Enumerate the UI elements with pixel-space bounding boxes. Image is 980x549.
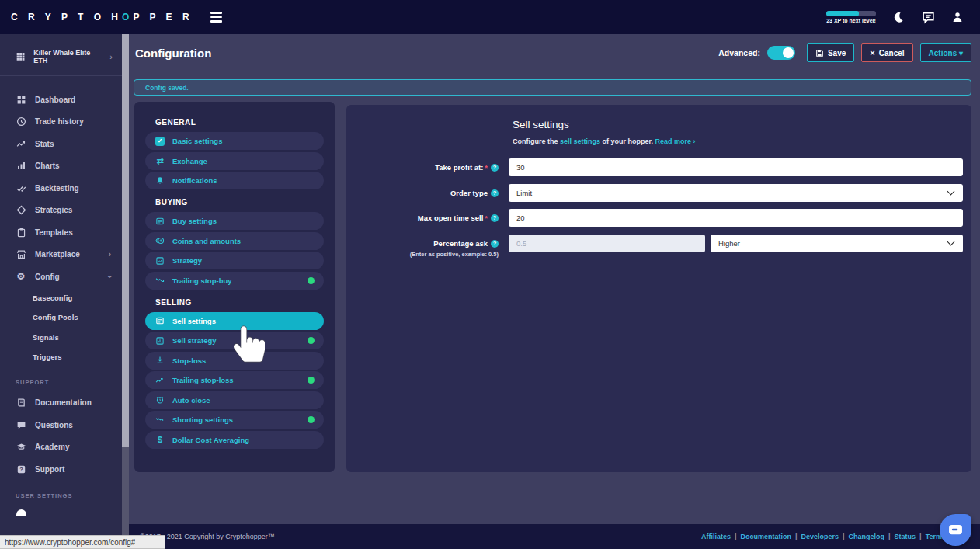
menu-item-stop-loss[interactable]: Stop-loss <box>145 352 324 370</box>
general-section-title: GENERAL <box>155 118 324 127</box>
save-button[interactable]: Save <box>807 43 854 62</box>
sidebar-item-label: Marketplace <box>35 250 80 259</box>
sidebar-subitem-signals[interactable]: Signals <box>0 328 122 348</box>
zigzag-down-icon <box>155 415 165 425</box>
percentage-ask-hint: (Enter as positive, example: 0.5) <box>346 251 499 258</box>
sidebar-item-stats[interactable]: Stats <box>0 133 122 155</box>
menu-item-label: Stop-loss <box>172 356 206 365</box>
advanced-toggle[interactable] <box>767 46 795 60</box>
footer-link-status[interactable]: Status <box>895 533 916 540</box>
actions-dropdown-button[interactable]: Actions ▾ <box>920 43 971 62</box>
help-icon[interactable]: ? <box>491 164 499 172</box>
menu-item-trailing-stop-loss[interactable]: Trailing stop-loss <box>145 371 324 389</box>
advanced-label: Advanced: <box>718 48 760 57</box>
sidebar-item-charts[interactable]: Charts <box>0 155 122 178</box>
sidebar-item-support[interactable]: ? Support <box>0 458 122 481</box>
cryptohopper-logo[interactable]: C R Y P T O HOP P E R <box>11 12 193 23</box>
menu-item-coins-and-amounts[interactable]: Coins and amounts <box>145 232 324 250</box>
question-square-icon: ? <box>16 464 26 474</box>
menu-item-basic-settings[interactable]: ✓ Basic settings <box>145 132 324 150</box>
menu-item-dollar-cost-averaging[interactable]: $ Dollar Cost Averaging <box>145 431 324 449</box>
hamburger-menu-icon[interactable] <box>210 12 222 23</box>
percentage-ask-label: Percentage ask? <box>346 235 499 252</box>
menu-item-auto-close[interactable]: Auto close <box>145 391 324 409</box>
order-type-select[interactable]: Limit <box>509 184 963 202</box>
floppy-icon <box>815 49 824 57</box>
bar-chart-icon <box>16 161 26 171</box>
topbar: C R Y P T O HOP P E R 23 XP to next leve… <box>0 0 980 34</box>
logo-text-left: C R Y P T O H <box>11 12 122 23</box>
max-open-time-label: Max open time sell*? <box>346 209 499 227</box>
sidebar-item-dashboard[interactable]: Dashboard <box>0 89 122 111</box>
percentage-ask-direction-select[interactable]: Higher <box>711 235 963 252</box>
logo-text-right: P P E R <box>133 12 193 23</box>
trend-up-icon <box>155 376 165 385</box>
topbar-right: 23 XP to next level! <box>826 10 964 24</box>
menu-item-exchange[interactable]: ⇄ Exchange <box>145 152 324 170</box>
menu-item-shorting-settings[interactable]: Shorting settings <box>145 411 324 429</box>
menu-item-trailing-stop-buy[interactable]: Trailing stop-buy <box>145 272 324 290</box>
svg-text:?: ? <box>19 466 23 473</box>
menu-item-buy-settings[interactable]: Buy settings <box>145 212 324 230</box>
sidebar-subitem-baseconfig[interactable]: Baseconfig <box>0 288 122 308</box>
user-account-icon[interactable] <box>950 10 964 24</box>
take-profit-label: Take profit at:*? <box>346 158 499 176</box>
sell-settings-link[interactable]: sell settings <box>560 137 600 145</box>
menu-item-notifications[interactable]: Notifications <box>145 172 324 189</box>
trend-down-icon <box>155 276 165 285</box>
sidebar-item-trade-history[interactable]: Trade history <box>0 111 122 134</box>
sidebar-subitem-config-pools[interactable]: Config Pools <box>0 308 122 328</box>
chevron-down-icon: › <box>106 276 114 278</box>
footer-link-documentation[interactable]: Documentation <box>740 533 791 540</box>
sidebar-item-strategies[interactable]: Strategies <box>0 200 122 222</box>
sidebar-item-academy[interactable]: Academy <box>0 436 122 459</box>
order-type-label: Order type? <box>346 184 499 202</box>
menu-item-label: Buy settings <box>172 217 217 225</box>
percentage-ask-input[interactable] <box>509 235 705 252</box>
messages-icon[interactable] <box>921 10 935 24</box>
sidebar-item-templates[interactable]: Templates <box>0 221 122 244</box>
user-settings-partial-icon <box>16 509 26 516</box>
panel-title: Sell settings <box>513 119 569 130</box>
sidebar-subitem-triggers[interactable]: Triggers <box>0 347 122 367</box>
dashboard-icon <box>16 95 26 105</box>
footer-link-developers[interactable]: Developers <box>801 533 839 540</box>
menu-item-sell-settings[interactable]: Sell settings <box>145 312 324 330</box>
sidebar-item-documentation[interactable]: Documentation <box>0 392 122 415</box>
hopper-selector[interactable]: Killer Whale Elite ETH › <box>0 37 122 76</box>
xp-progress-bar <box>826 11 876 16</box>
menu-item-strategy[interactable]: Strategy <box>145 252 324 269</box>
menu-item-label: Coins and amounts <box>172 237 241 245</box>
sidebar-item-config[interactable]: ⚙ Config › <box>0 266 122 288</box>
stats-icon <box>16 139 26 149</box>
sidebar-item-questions[interactable]: Questions <box>0 414 122 436</box>
cancel-button[interactable]: × Cancel <box>861 43 912 62</box>
page-scrollbar <box>122 34 129 549</box>
footer-link-changelog[interactable]: Changelog <box>849 533 885 540</box>
gear-icon: ⚙ <box>16 271 26 282</box>
sidebar-item-marketplace[interactable]: Marketplace › <box>0 244 122 266</box>
sidebar-item-label: Config <box>35 273 60 281</box>
sidebar-item-backtesting[interactable]: Backtesting <box>0 177 122 200</box>
user-settings-section-label: USER SETTINGS <box>0 492 122 499</box>
help-icon[interactable]: ? <box>491 214 499 222</box>
scrollbar-thumb[interactable] <box>122 34 129 447</box>
help-icon[interactable]: ? <box>491 240 499 248</box>
diamond-icon <box>16 205 26 215</box>
bell-icon <box>155 176 165 186</box>
dark-mode-moon-icon[interactable] <box>891 10 905 24</box>
history-icon <box>16 116 26 127</box>
clipboard-icon <box>16 228 26 238</box>
menu-item-label: Auto close <box>172 396 210 405</box>
subtitle-text: of your hopper. <box>600 137 655 145</box>
take-profit-input[interactable] <box>509 158 963 176</box>
read-more-link[interactable]: Read more › <box>655 137 696 145</box>
max-open-time-input[interactable] <box>509 209 963 227</box>
menu-item-sell-strategy[interactable]: Sell strategy <box>145 332 324 349</box>
help-icon[interactable]: ? <box>491 189 499 197</box>
footer-link-affiliates[interactable]: Affiliates <box>701 533 731 540</box>
sidebar-item-label: Academy <box>35 443 69 451</box>
config-saved-alert: Config saved. <box>134 79 971 96</box>
footer-links: Affiliates| Documentation| Developers| C… <box>701 533 969 540</box>
chat-widget-button[interactable] <box>940 514 971 546</box>
